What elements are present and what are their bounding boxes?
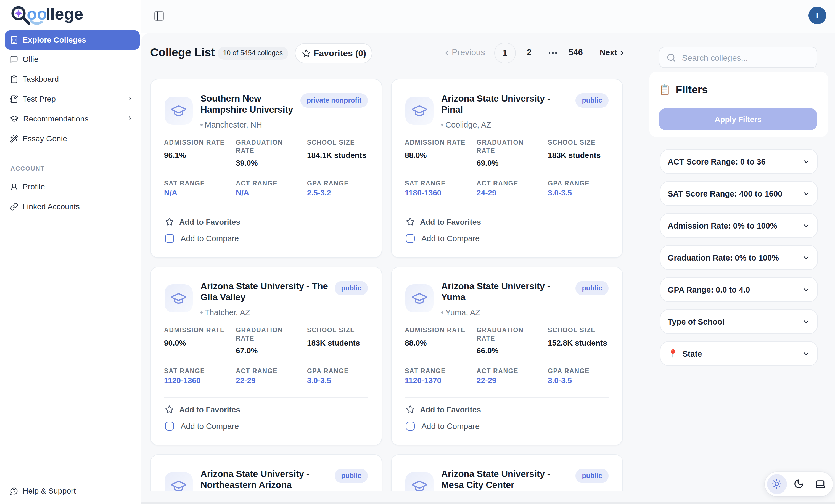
- svg-text:oo: oo: [27, 5, 47, 23]
- svg-text:llege: llege: [45, 5, 83, 23]
